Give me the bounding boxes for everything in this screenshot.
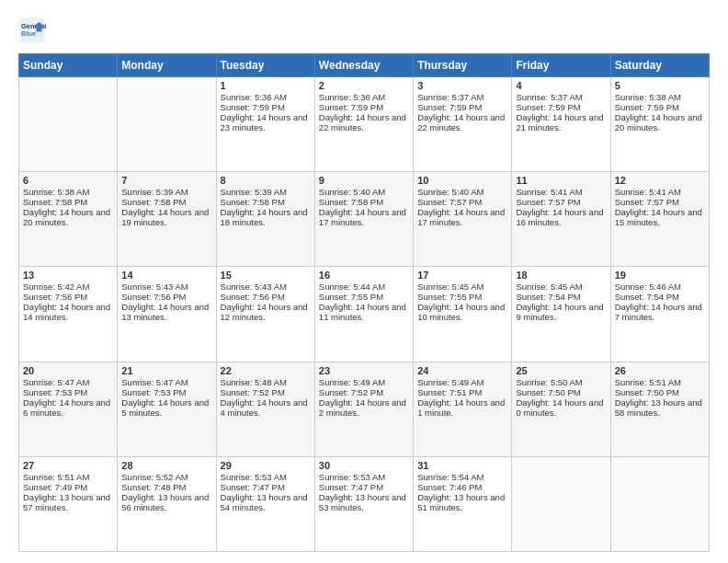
sunset-label: Sunset: 7:51 PM (417, 387, 482, 397)
day-number: 14 (121, 270, 211, 281)
day-header-tuesday: Tuesday (216, 54, 314, 77)
sunrise-label: Sunrise: 5:48 AM (221, 377, 287, 387)
calendar-cell: 31Sunrise: 5:54 AMSunset: 7:46 PMDayligh… (414, 456, 512, 551)
sunset-label: Sunset: 7:54 PM (615, 292, 679, 302)
daylight-label: Daylight: 14 hours and 22 minutes. (417, 112, 505, 132)
sunrise-label: Sunrise: 5:43 AM (221, 282, 287, 292)
day-number: 1 (221, 80, 311, 91)
sunrise-label: Sunrise: 5:51 AM (615, 377, 681, 387)
day-number: 4 (516, 80, 606, 91)
calendar-cell: 17Sunrise: 5:45 AMSunset: 7:55 PMDayligh… (414, 267, 512, 362)
day-number: 7 (121, 175, 211, 186)
sunset-label: Sunset: 7:56 PM (121, 292, 186, 302)
daylight-label: Daylight: 13 hours and 56 minutes. (121, 492, 209, 512)
daylight-label: Daylight: 14 hours and 2 minutes. (319, 397, 406, 418)
calendar-cell: 3Sunrise: 5:37 AMSunset: 7:59 PMDaylight… (414, 77, 512, 172)
calendar-cell: 13Sunrise: 5:42 AMSunset: 7:56 PMDayligh… (19, 267, 118, 362)
sunset-label: Sunset: 7:58 PM (121, 197, 186, 207)
day-number: 29 (221, 460, 311, 471)
daylight-label: Daylight: 14 hours and 9 minutes. (516, 302, 603, 322)
sunset-label: Sunset: 7:59 PM (417, 102, 482, 112)
day-number: 24 (417, 365, 507, 376)
sunset-label: Sunset: 7:57 PM (417, 197, 482, 207)
sunrise-label: Sunrise: 5:49 AM (319, 377, 385, 387)
sunset-label: Sunset: 7:57 PM (516, 197, 580, 207)
day-number: 2 (319, 80, 409, 91)
calendar-cell: 20Sunrise: 5:47 AMSunset: 7:53 PMDayligh… (19, 362, 118, 456)
sunrise-label: Sunrise: 5:50 AM (516, 377, 582, 387)
sunrise-label: Sunrise: 5:38 AM (23, 187, 89, 197)
sunset-label: Sunset: 7:56 PM (221, 292, 285, 302)
sunset-label: Sunset: 7:47 PM (221, 482, 285, 492)
day-number: 5 (615, 80, 705, 91)
logo-icon: General Blue (18, 17, 46, 44)
calendar-cell: 14Sunrise: 5:43 AMSunset: 7:56 PMDayligh… (118, 267, 216, 362)
calendar-cell: 9Sunrise: 5:40 AMSunset: 7:58 PMDaylight… (314, 172, 413, 267)
calendar-cell (512, 456, 610, 551)
day-number: 31 (417, 460, 507, 471)
daylight-label: Daylight: 14 hours and 20 minutes. (23, 207, 110, 227)
day-number: 25 (516, 365, 606, 376)
calendar-cell: 6Sunrise: 5:38 AMSunset: 7:58 PMDaylight… (19, 172, 118, 267)
sunset-label: Sunset: 7:58 PM (221, 197, 285, 207)
sunset-label: Sunset: 7:50 PM (615, 387, 679, 397)
daylight-label: Daylight: 14 hours and 16 minutes. (516, 207, 603, 227)
sunset-label: Sunset: 7:52 PM (221, 387, 285, 397)
sunrise-label: Sunrise: 5:42 AM (23, 282, 89, 292)
daylight-label: Daylight: 14 hours and 1 minute. (417, 397, 505, 418)
calendar-cell: 12Sunrise: 5:41 AMSunset: 7:57 PMDayligh… (610, 172, 709, 267)
sunrise-label: Sunrise: 5:38 AM (615, 92, 681, 102)
sunset-label: Sunset: 7:59 PM (615, 102, 679, 112)
sunset-label: Sunset: 7:58 PM (319, 197, 383, 207)
calendar-cell: 1Sunrise: 5:36 AMSunset: 7:59 PMDaylight… (216, 77, 314, 172)
calendar-week-3: 13Sunrise: 5:42 AMSunset: 7:56 PMDayligh… (19, 267, 710, 362)
sunset-label: Sunset: 7:47 PM (319, 482, 383, 492)
sunrise-label: Sunrise: 5:41 AM (615, 187, 681, 197)
day-number: 30 (319, 460, 409, 471)
sunrise-label: Sunrise: 5:54 AM (417, 472, 483, 482)
day-number: 9 (319, 175, 409, 186)
calendar-week-4: 20Sunrise: 5:47 AMSunset: 7:53 PMDayligh… (19, 362, 710, 456)
sunrise-label: Sunrise: 5:36 AM (319, 92, 385, 102)
day-header-wednesday: Wednesday (314, 54, 413, 77)
daylight-label: Daylight: 14 hours and 12 minutes. (221, 302, 308, 322)
calendar-cell: 16Sunrise: 5:44 AMSunset: 7:55 PMDayligh… (314, 267, 413, 362)
day-number: 15 (221, 270, 311, 281)
day-number: 6 (23, 175, 113, 186)
sunrise-label: Sunrise: 5:43 AM (121, 282, 188, 292)
daylight-label: Daylight: 14 hours and 17 minutes. (417, 207, 505, 227)
calendar-cell: 21Sunrise: 5:47 AMSunset: 7:53 PMDayligh… (118, 362, 216, 456)
sunrise-label: Sunrise: 5:49 AM (417, 377, 483, 387)
logo: General Blue (18, 17, 46, 44)
sunrise-label: Sunrise: 5:53 AM (221, 472, 287, 482)
sunrise-label: Sunrise: 5:53 AM (319, 472, 385, 482)
day-number: 23 (319, 365, 409, 376)
sunset-label: Sunset: 7:55 PM (319, 292, 383, 302)
calendar-cell: 8Sunrise: 5:39 AMSunset: 7:58 PMDaylight… (216, 172, 314, 267)
sunset-label: Sunset: 7:49 PM (23, 482, 87, 492)
calendar-cell: 28Sunrise: 5:52 AMSunset: 7:48 PMDayligh… (118, 456, 216, 551)
sunset-label: Sunset: 7:48 PM (121, 482, 186, 492)
calendar-cell (118, 77, 216, 172)
sunrise-label: Sunrise: 5:52 AM (121, 472, 188, 482)
day-number: 26 (615, 365, 705, 376)
calendar-cell: 15Sunrise: 5:43 AMSunset: 7:56 PMDayligh… (216, 267, 314, 362)
day-number: 8 (221, 175, 311, 186)
calendar-cell: 25Sunrise: 5:50 AMSunset: 7:50 PMDayligh… (512, 362, 610, 456)
sunrise-label: Sunrise: 5:47 AM (121, 377, 188, 387)
daylight-label: Daylight: 14 hours and 20 minutes. (615, 112, 702, 132)
calendar-cell: 30Sunrise: 5:53 AMSunset: 7:47 PMDayligh… (314, 456, 413, 551)
day-header-sunday: Sunday (19, 54, 118, 77)
day-number: 13 (23, 270, 113, 281)
sunrise-label: Sunrise: 5:39 AM (121, 187, 188, 197)
calendar-cell: 7Sunrise: 5:39 AMSunset: 7:58 PMDaylight… (118, 172, 216, 267)
calendar-week-2: 6Sunrise: 5:38 AMSunset: 7:58 PMDaylight… (19, 172, 710, 267)
daylight-label: Daylight: 14 hours and 7 minutes. (615, 302, 702, 322)
day-number: 22 (221, 365, 311, 376)
calendar-cell: 19Sunrise: 5:46 AMSunset: 7:54 PMDayligh… (610, 267, 709, 362)
day-number: 16 (319, 270, 409, 281)
daylight-label: Daylight: 14 hours and 18 minutes. (221, 207, 308, 227)
sunset-label: Sunset: 7:57 PM (615, 197, 679, 207)
day-number: 18 (516, 270, 606, 281)
sunrise-label: Sunrise: 5:40 AM (319, 187, 385, 197)
